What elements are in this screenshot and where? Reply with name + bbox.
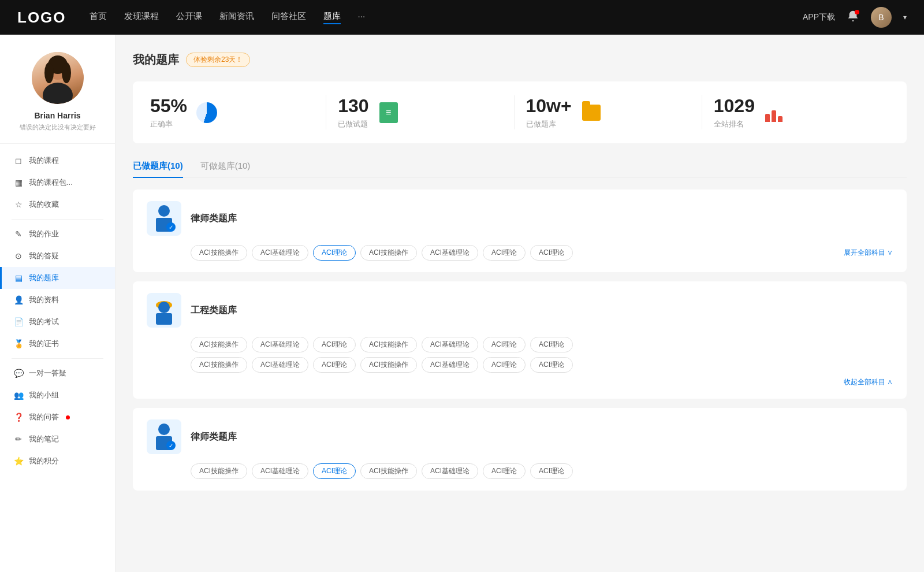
svg-point-4 [44, 62, 54, 83]
svg-point-6 [158, 205, 170, 217]
notification-bell[interactable] [847, 10, 859, 25]
done-questions-value: 130 [338, 95, 368, 117]
svg-rect-12 [156, 313, 172, 325]
ranking-label: 全站排名 [714, 119, 755, 129]
navbar: LOGO 首页 发现课程 公开课 新闻资讯 问答社区 题库 ··· APP下载 … [0, 0, 924, 35]
tag-2-5[interactable]: ACI理论 [483, 337, 526, 352]
tag-2-2[interactable]: ACI理论 [313, 337, 356, 352]
points-icon: ⭐ [14, 456, 23, 466]
nav-discover[interactable]: 发现课程 [124, 11, 159, 24]
done-banks-label: 已做题库 [526, 119, 572, 129]
tag-3-2[interactable]: ACI理论 [313, 463, 356, 479]
tag-3-3[interactable]: ACI技能操作 [360, 463, 417, 479]
engineer-icon [147, 293, 181, 328]
user-menu-chevron[interactable]: ▾ [903, 13, 907, 21]
qa-notification-dot [66, 415, 70, 419]
qbank-header-3: ✓ 律师类题库 [147, 419, 893, 454]
my-courses-icon: ◻ [14, 156, 23, 165]
tab-done[interactable]: 已做题库(10) [133, 155, 183, 177]
tag-2b-0[interactable]: ACI技能操作 [191, 357, 247, 373]
qbank-title-2: 工程类题库 [191, 304, 237, 317]
sidebar-item-qbank[interactable]: ▤ 我的题库 [0, 267, 115, 289]
lawyer-icon-1: ✓ [147, 201, 181, 236]
nav-opencourse[interactable]: 公开课 [176, 11, 202, 24]
tag-1-0[interactable]: ACI技能操作 [191, 245, 247, 261]
tag-3-5[interactable]: ACI理论 [483, 463, 526, 479]
tag-2b-6[interactable]: ACI理论 [530, 357, 573, 373]
accuracy-value: 55% [150, 95, 187, 117]
exam-icon: 📄 [14, 317, 23, 326]
groups-icon: 👥 [14, 391, 23, 400]
accuracy-label: 正确率 [150, 119, 187, 129]
done-questions-label: 已做试题 [338, 119, 368, 129]
tag-2-6[interactable]: ACI理论 [530, 337, 573, 352]
sidebar-item-certificate[interactable]: 🏅 我的证书 [0, 333, 115, 355]
sidebar-motto: 错误的决定比没有决定要好 [20, 123, 96, 132]
tag-1-6[interactable]: ACI理论 [530, 245, 573, 261]
sidebar-item-label: 我的课程 [29, 155, 59, 166]
qbank-tabs: 已做题库(10) 可做题库(10) [133, 155, 907, 178]
tag-3-0[interactable]: ACI技能操作 [191, 463, 247, 479]
tag-1-1[interactable]: ACI基础理论 [252, 245, 308, 261]
svg-point-11 [158, 302, 170, 313]
tag-2b-3[interactable]: ACI技能操作 [360, 357, 417, 373]
sidebar-menu: ◻ 我的课程 ▦ 我的课程包... ☆ 我的收藏 ✎ 我的作业 ⊙ 我的答疑 ▤ [0, 150, 115, 472]
tag-1-3[interactable]: ACI技能操作 [360, 245, 417, 261]
tag-2-4[interactable]: ACI基础理论 [422, 337, 478, 352]
sidebar-item-label: 我的资料 [29, 295, 59, 305]
tab-todo[interactable]: 可做题库(10) [200, 155, 251, 177]
tag-2-1[interactable]: ACI基础理论 [252, 337, 308, 352]
sidebar-item-exam[interactable]: 📄 我的考试 [0, 311, 115, 333]
tutoring-icon: 💬 [14, 369, 23, 378]
app-download-button[interactable]: APP下载 [803, 12, 835, 23]
sidebar-divider-2 [12, 358, 103, 359]
page-header: 我的题库 体验剩余23天！ [133, 52, 907, 68]
nav-qa[interactable]: 问答社区 [271, 11, 306, 24]
sidebar-item-questions[interactable]: ⊙ 我的答疑 [0, 245, 115, 267]
tags-row-1: ACI技能操作 ACI基础理论 ACI理论 ACI技能操作 ACI基础理论 AC… [147, 245, 893, 261]
tag-2-0[interactable]: ACI技能操作 [191, 337, 247, 352]
sidebar-username: Brian Harris [34, 111, 80, 120]
expand-link-1[interactable]: 展开全部科目 ∨ [844, 248, 893, 258]
sidebar-item-label: 我的小组 [29, 390, 59, 400]
sidebar-item-label: 一对一答疑 [29, 368, 66, 378]
tag-2b-4[interactable]: ACI基础理论 [422, 357, 478, 373]
collapse-link[interactable]: 收起全部科目 ∧ [147, 373, 893, 387]
navbar-right: APP下载 B ▾ [803, 7, 907, 28]
tag-1-5[interactable]: ACI理论 [483, 245, 526, 261]
notification-dot [855, 10, 859, 14]
sidebar-item-label: 我的作业 [29, 229, 59, 239]
tag-3-1[interactable]: ACI基础理论 [252, 463, 308, 479]
tag-2b-1[interactable]: ACI基础理论 [252, 357, 308, 373]
user-avatar[interactable]: B [871, 7, 892, 28]
sidebar-item-tutoring[interactable]: 💬 一对一答疑 [0, 362, 115, 384]
sidebar-item-my-courses[interactable]: ◻ 我的课程 [0, 150, 115, 172]
sidebar-item-points[interactable]: ⭐ 我的积分 [0, 450, 115, 472]
sidebar-item-notes[interactable]: ✏ 我的笔记 [0, 428, 115, 450]
sidebar-item-profile[interactable]: 👤 我的资料 [0, 289, 115, 311]
sidebar-item-homework[interactable]: ✎ 我的作业 [0, 223, 115, 245]
tag-1-2[interactable]: ACI理论 [313, 245, 356, 261]
ranking-value: 1029 [714, 95, 755, 117]
nav-home[interactable]: 首页 [90, 11, 107, 24]
tag-1-4[interactable]: ACI基础理论 [422, 245, 478, 261]
nav-more[interactable]: ··· [358, 11, 366, 24]
sidebar-item-groups[interactable]: 👥 我的小组 [0, 384, 115, 406]
done-banks-value: 10w+ [526, 95, 572, 117]
tag-2-3[interactable]: ACI技能操作 [360, 337, 417, 352]
sidebar-item-course-package[interactable]: ▦ 我的课程包... [0, 172, 115, 194]
certificate-icon: 🏅 [14, 339, 23, 348]
qbank-card-engineer: 工程类题库 ACI技能操作 ACI基础理论 ACI理论 ACI技能操作 ACI基… [133, 281, 907, 399]
nav-qbank[interactable]: 题库 [323, 11, 341, 24]
sidebar-item-my-qa[interactable]: ❓ 我的问答 [0, 406, 115, 428]
sidebar-item-favorites[interactable]: ☆ 我的收藏 [0, 194, 115, 216]
sidebar-item-label: 我的收藏 [29, 199, 59, 210]
tag-2b-2[interactable]: ACI理论 [313, 357, 356, 373]
tag-2b-5[interactable]: ACI理论 [483, 357, 526, 373]
tag-3-4[interactable]: ACI基础理论 [422, 463, 478, 479]
nav-news[interactable]: 新闻资讯 [219, 11, 254, 24]
stat-ranking: 1029 全站排名 [702, 95, 889, 129]
svg-point-1 [43, 83, 73, 104]
svg-point-5 [62, 62, 71, 83]
tag-3-6[interactable]: ACI理论 [530, 463, 573, 479]
